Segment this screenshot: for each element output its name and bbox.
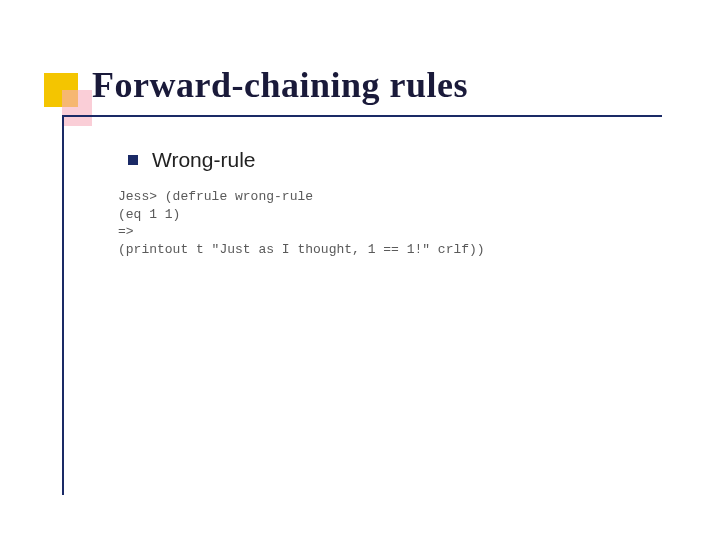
bullet-label: Wrong-rule (152, 148, 255, 172)
code-line: Jess> (defrule wrong-rule (118, 189, 313, 204)
decoration-pink-square (62, 90, 92, 126)
divider-vertical (62, 115, 64, 495)
code-example: Jess> (defrule wrong-rule (eq 1 1) => (p… (118, 188, 485, 258)
code-line: (eq 1 1) (118, 207, 180, 222)
divider-horizontal (62, 115, 662, 117)
bullet-square-icon (128, 155, 138, 165)
bullet-item: Wrong-rule (128, 148, 255, 172)
code-line: => (118, 224, 134, 239)
slide: Forward-chaining rules Wrong-rule Jess> … (0, 0, 720, 540)
slide-title: Forward-chaining rules (92, 64, 468, 106)
code-line: (printout t "Just as I thought, 1 == 1!"… (118, 242, 485, 257)
